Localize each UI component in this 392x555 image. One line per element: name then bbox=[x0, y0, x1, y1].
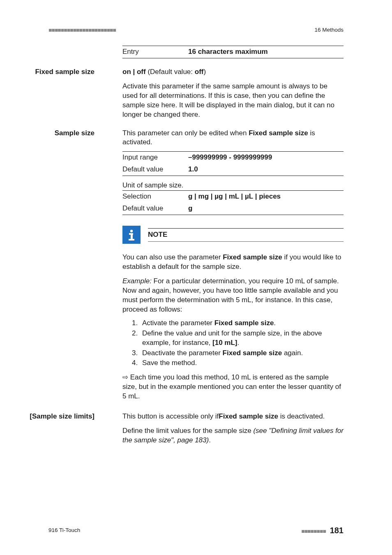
header-section: 16 Methods bbox=[314, 26, 344, 34]
svg-point-0 bbox=[130, 230, 133, 232]
fixed-sample-size-toggle: on | off (Default value: off) bbox=[122, 67, 344, 77]
sample-size-unit-table: Selection g | mg | µg | mL | µL | pieces… bbox=[122, 190, 344, 215]
note-step-2-bold: [10 mL] bbox=[212, 339, 237, 347]
note-p1: You can also use the parameter Fixed sam… bbox=[122, 253, 344, 272]
header-dashes: ■■■■■■■■■■■■■■■■■■■■■■ bbox=[48, 26, 116, 34]
footer-page-number: 181 bbox=[330, 526, 344, 535]
note-step-2: Define the value and unit for the sample… bbox=[140, 329, 344, 348]
sample-size-range-table: Input range –999999999 - 9999999999 Defa… bbox=[122, 151, 344, 176]
sample-size-intro-bold: Fixed sample size bbox=[249, 129, 308, 137]
sample-size-intro: This parameter can only be edited when F… bbox=[122, 129, 344, 148]
sample-size-limits-heading: [Sample size limits] bbox=[0, 412, 95, 421]
range-value-default: 1.0 bbox=[188, 164, 344, 176]
range-label-default: Default value bbox=[122, 164, 188, 176]
note-step-3-suffix: again. bbox=[282, 349, 303, 357]
sample-size-intro-prefix: This parameter can only be edited when bbox=[122, 129, 249, 137]
limits-p2-prefix: Define the limit values for the sample s… bbox=[122, 427, 253, 435]
entry-label: Entry bbox=[122, 46, 188, 58]
note-result: ⇨ Each time you load this method, 10 mL … bbox=[122, 373, 344, 401]
fixed-sample-size-description: Activate this parameter if the same samp… bbox=[122, 82, 344, 120]
limits-p1-suffix: is deactivated. bbox=[278, 412, 325, 420]
entry-value: 16 characters maximum bbox=[188, 46, 344, 58]
note-step-2-suffix: . bbox=[238, 339, 240, 347]
limits-p2-suffix: . bbox=[209, 436, 211, 444]
note-block: NOTE You can also use the parameter Fixe… bbox=[122, 226, 344, 401]
svg-rect-3 bbox=[129, 239, 134, 240]
limits-p1-bold: Fixed sample size bbox=[219, 412, 278, 420]
note-step-4: Save the method. bbox=[140, 358, 344, 368]
sample-size-heading: Sample size bbox=[0, 129, 95, 138]
unit-label-selection: Selection bbox=[122, 191, 188, 203]
limits-p1-prefix: This button is accessible only if bbox=[122, 412, 219, 420]
default-label: (Default value: bbox=[146, 68, 195, 76]
toggle-onoff: on | off bbox=[122, 68, 146, 76]
note-p2: Example: For a particular determination,… bbox=[122, 277, 344, 314]
note-step-3-prefix: Deactivate the parameter bbox=[142, 349, 223, 357]
note-result-body: Each time you load this method, 10 mL is… bbox=[122, 373, 341, 400]
entry-table: Entry 16 characters maximum bbox=[122, 46, 344, 58]
footer-dashes: ■■■■■■■■ bbox=[301, 528, 326, 534]
note-step-1-bold: Fixed sample size bbox=[214, 319, 274, 327]
page-footer: 916 Ti-Touch ■■■■■■■■ 181 bbox=[48, 525, 344, 536]
right-arrow-icon: ⇨ bbox=[122, 373, 128, 381]
note-step-1-suffix: . bbox=[274, 319, 276, 327]
note-p2-lead: Example: bbox=[122, 277, 152, 285]
unit-caption: Unit of sample size. bbox=[122, 181, 344, 190]
default-value: off bbox=[195, 68, 204, 76]
note-p1-bold: Fixed sample size bbox=[223, 253, 282, 261]
note-title: NOTE bbox=[148, 228, 344, 242]
fixed-sample-size-heading: Fixed sample size bbox=[0, 67, 95, 77]
footer-product: 916 Ti-Touch bbox=[48, 527, 80, 534]
note-step-3-bold: Fixed sample size bbox=[223, 349, 282, 357]
note-step-1: Activate the parameter Fixed sample size… bbox=[140, 319, 344, 328]
note-step-3: Deactivate the parameter Fixed sample si… bbox=[140, 349, 344, 358]
note-steps: Activate the parameter Fixed sample size… bbox=[122, 319, 344, 368]
range-value-input: –999999999 - 9999999999 bbox=[188, 152, 344, 164]
note-step-1-prefix: Activate the parameter bbox=[142, 319, 214, 327]
note-p1-prefix: You can also use the parameter bbox=[122, 253, 223, 261]
info-icon bbox=[122, 226, 141, 244]
svg-rect-2 bbox=[131, 233, 133, 239]
unit-label-default: Default value bbox=[122, 203, 188, 215]
unit-value-default: g bbox=[188, 203, 344, 215]
unit-value-selection: g | mg | µg | mL | µL | pieces bbox=[188, 191, 344, 203]
range-label-input: Input range bbox=[122, 152, 188, 164]
page-header: ■■■■■■■■■■■■■■■■■■■■■■ 16 Methods bbox=[48, 26, 344, 34]
note-p2-body: For a particular determination, you requ… bbox=[122, 277, 339, 313]
limits-p2: Define the limit values for the sample s… bbox=[122, 426, 344, 445]
limits-p1: This button is accessible only ifFixed s… bbox=[122, 412, 344, 421]
close-paren: ) bbox=[203, 68, 206, 76]
